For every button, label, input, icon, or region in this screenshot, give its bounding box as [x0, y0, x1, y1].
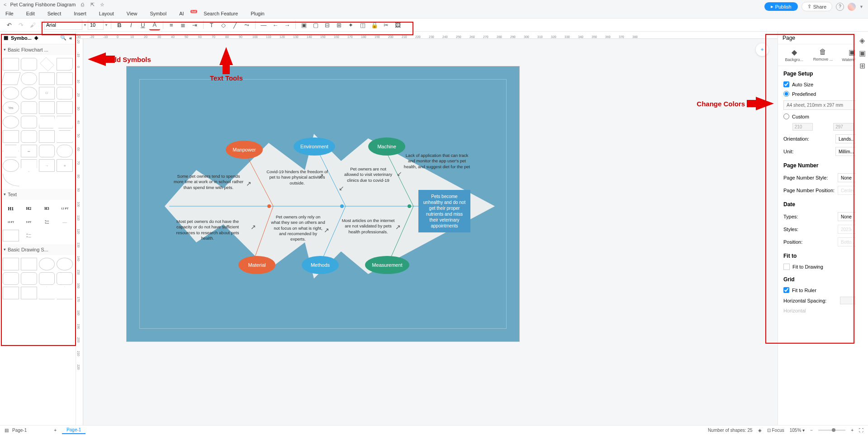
text-manpower2[interactable]: Most pet owners do not have the capacity…: [171, 219, 244, 241]
more-tab-icon[interactable]: ⊞: [856, 59, 868, 72]
crop-button[interactable]: ✂: [381, 19, 392, 30]
indent-button[interactable]: ⇥: [190, 19, 200, 30]
add-page-button[interactable]: +: [54, 428, 57, 433]
collapse-icon[interactable]: «: [69, 35, 72, 41]
layers-button[interactable]: ◈: [758, 428, 762, 433]
text-machine2[interactable]: Lack of application that can track and m…: [403, 153, 471, 170]
dshape-rr2[interactable]: [21, 272, 37, 285]
shape-hex[interactable]: [3, 145, 19, 157]
shape-pill[interactable]: [21, 72, 37, 85]
remove-button[interactable]: 🗑Remove ...: [809, 48, 836, 62]
effect-box[interactable]: Pets become unhealthy and do not get the…: [418, 190, 470, 232]
background-button[interactable]: ◆Backgro...: [781, 48, 808, 62]
back-button-tool[interactable]: ▢: [310, 19, 321, 30]
shape-trap1[interactable]: [39, 116, 55, 128]
dshape-e2[interactable]: [57, 258, 73, 270]
section-flowchart[interactable]: Basic Flowchart ...: [0, 44, 76, 55]
shape-r5[interactable]: [39, 130, 55, 143]
zoom-slider[interactable]: [818, 430, 845, 431]
menu-layout[interactable]: Layout: [99, 11, 114, 16]
text-9pt[interactable]: 9 PT: [21, 216, 37, 228]
text-block3[interactable]: [3, 230, 19, 241]
shape-actor[interactable]: ⚇: [39, 87, 55, 99]
shape-r7[interactable]: [57, 145, 73, 157]
text-block2[interactable]: ——: [57, 216, 73, 228]
dshape-tri2[interactable]: [57, 287, 73, 299]
font-size-select[interactable]: [88, 20, 104, 30]
text-h2[interactable]: H2: [21, 203, 37, 214]
height-input[interactable]: [833, 123, 854, 131]
shape-card[interactable]: [57, 72, 73, 85]
zoom-out-button[interactable]: −: [810, 428, 813, 433]
text-measurement1[interactable]: Most articles on the internet are not va…: [339, 218, 398, 235]
line-style-button[interactable]: —: [258, 19, 269, 30]
connector-button[interactable]: ⤳: [242, 19, 252, 30]
ungroup-button[interactable]: ◫: [357, 19, 368, 30]
line-color-button[interactable]: ╱: [230, 19, 241, 30]
arrow-end-button[interactable]: →: [282, 19, 293, 30]
menu-edit[interactable]: Edit: [26, 11, 35, 16]
cause-material[interactable]: Material: [238, 256, 275, 274]
fill-button[interactable]: ◇: [218, 19, 229, 30]
text-tool-button[interactable]: T: [206, 19, 217, 30]
dshape-rr1[interactable]: [3, 272, 19, 285]
menu-plugin[interactable]: Plugin: [251, 11, 265, 16]
format-painter-button[interactable]: 🖌: [27, 19, 38, 30]
dshape-rr3[interactable]: [39, 272, 55, 285]
cause-environment[interactable]: Environment: [294, 137, 335, 156]
zoom-in-button[interactable]: +: [851, 428, 854, 433]
undo-button[interactable]: ↶: [4, 19, 14, 30]
theme-tab-icon[interactable]: ◈: [856, 34, 868, 47]
cause-manpower[interactable]: Manpower: [226, 141, 263, 159]
page-tab[interactable]: Page-1: [62, 426, 85, 434]
cause-machine[interactable]: Machine: [368, 137, 405, 156]
cause-measurement[interactable]: Measurement: [365, 256, 409, 274]
menu-search-feature[interactable]: Search Feature: [204, 11, 238, 16]
shape-trap3[interactable]: [57, 130, 73, 143]
dshape-r1[interactable]: [3, 258, 19, 270]
width-input[interactable]: [792, 123, 813, 131]
menu-symbol[interactable]: Symbol: [150, 11, 166, 16]
menu-ai[interactable]: AIhot: [179, 11, 191, 16]
arrow-start-button[interactable]: ←: [270, 19, 281, 30]
dropdown-icon[interactable]: ▼: [859, 5, 863, 9]
text-h3[interactable]: H3: [39, 203, 55, 214]
shape-rect[interactable]: [3, 58, 19, 71]
dshape-r2[interactable]: [21, 258, 37, 270]
bold-button[interactable]: B: [114, 19, 125, 30]
align-v-button[interactable]: ≣: [178, 19, 189, 30]
redo-button[interactable]: ↷: [15, 19, 26, 30]
pin-icon[interactable]: ◈: [34, 35, 38, 41]
shape-diamond[interactable]: [40, 57, 54, 71]
focus-button[interactable]: ⊡ Focus: [767, 428, 784, 433]
shape-circ2[interactable]: [3, 116, 19, 128]
text-machine1[interactable]: Pet owners are not allowed to visit vete…: [343, 166, 393, 183]
text-h1[interactable]: H1: [3, 203, 19, 214]
distribute-button[interactable]: ⊞: [334, 19, 345, 30]
shape-parallelogram[interactable]: [1, 72, 20, 85]
text-10pt[interactable]: 10 PT: [3, 216, 19, 228]
shape-ellipse[interactable]: [3, 87, 19, 99]
ai-assistant-button[interactable]: ✦: [756, 43, 768, 56]
dshape-d2[interactable]: [21, 287, 37, 299]
shape-yes[interactable]: Yes: [3, 101, 19, 114]
custom-radio[interactable]: [783, 113, 789, 119]
menu-view[interactable]: View: [127, 11, 138, 16]
shape-tape[interactable]: [57, 101, 73, 114]
text-environment2[interactable]: Pet owners only rely on what they see on…: [271, 214, 325, 242]
open-icon[interactable]: ⇱: [89, 1, 95, 8]
section-text[interactable]: Text: [0, 189, 76, 200]
pages-icon[interactable]: ▤: [5, 428, 9, 433]
shape-arrow[interactable]: →: [39, 159, 55, 172]
shape-display[interactable]: [39, 101, 55, 114]
shape-r3[interactable]: [21, 116, 37, 128]
dshape-e1[interactable]: [39, 258, 55, 270]
search-icon[interactable]: 🔍: [60, 35, 66, 41]
zoom-dropdown[interactable]: 105% ▾: [790, 428, 805, 433]
shape-roundrect[interactable]: [21, 58, 37, 71]
fit-ruler-checkbox[interactable]: [783, 287, 789, 293]
shape-note[interactable]: ≡: [57, 159, 73, 172]
text-manpower1[interactable]: Some pet owners tend to spends more time…: [172, 174, 245, 190]
dshape-d1[interactable]: [3, 287, 19, 299]
underline-button[interactable]: U: [138, 19, 148, 30]
